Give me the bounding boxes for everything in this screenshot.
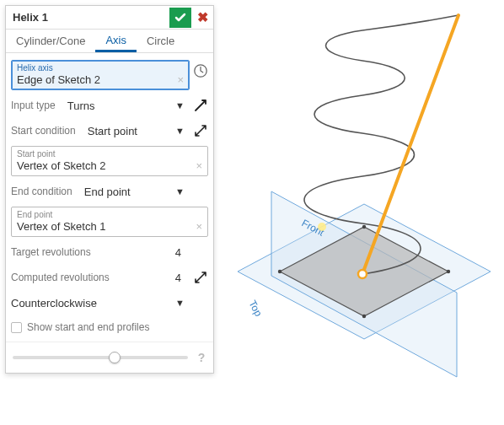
end-condition-select[interactable]: End point ▼	[79, 181, 188, 202]
tab-axis[interactable]: Axis	[95, 30, 137, 52]
close-icon: ✖	[197, 9, 208, 25]
computed-rev-value: 4	[175, 272, 188, 284]
helix-dialog: Helix 1 ✖ Cylinder/Cone Axis Circle Heli…	[5, 5, 214, 374]
clear-icon[interactable]: ×	[177, 73, 184, 86]
show-profiles-row[interactable]: Show start and end profiles	[11, 316, 208, 338]
slider-row: ?	[11, 346, 208, 366]
helix-axis-label: Helix axis	[17, 63, 184, 73]
arrow-icon[interactable]	[193, 98, 208, 113]
start-condition-value: Start point	[88, 125, 137, 137]
chevron-down-icon: ▼	[175, 298, 185, 308]
svg-point-7	[362, 315, 366, 318]
viewport-3d[interactable]: Top Front	[221, 5, 499, 420]
target-rev-value[interactable]: 4	[175, 246, 188, 259]
start-point-field[interactable]: Start point Vertex of Sketch 2 ×	[11, 146, 208, 176]
cancel-button[interactable]: ✖	[191, 8, 213, 28]
highlight-dot	[318, 223, 326, 231]
dialog-body: Helix axis Edge of Sketch 2 × Input type…	[6, 53, 213, 373]
tab-cylinder-cone[interactable]: Cylinder/Cone	[6, 30, 95, 52]
chevron-down-icon: ▼	[175, 126, 185, 136]
two-arrow-icon[interactable]	[193, 123, 208, 138]
show-profiles-label: Show start and end profiles	[27, 321, 149, 333]
computed-rev-row: Computed revolutions 4	[11, 266, 208, 289]
start-vertex-marker	[358, 270, 367, 278]
clear-icon[interactable]: ×	[196, 220, 202, 233]
end-condition-value: End point	[84, 186, 131, 198]
end-point-label: End point	[17, 210, 202, 219]
end-point-field[interactable]: End point Vertex of Sketch 1 ×	[11, 207, 208, 237]
chevron-down-icon: ▼	[175, 100, 185, 110]
tab-bar: Cylinder/Cone Axis Circle	[6, 30, 213, 53]
divider	[6, 342, 213, 342]
svg-point-5	[362, 225, 366, 229]
target-rev-row: Target revolutions 4	[11, 240, 208, 264]
clear-icon[interactable]: ×	[196, 159, 202, 172]
end-condition-row: End condition End point ▼	[11, 180, 208, 203]
dialog-header: Helix 1 ✖	[6, 6, 213, 30]
start-point-label: Start point	[17, 149, 202, 159]
history-icon[interactable]	[193, 63, 208, 78]
end-point-value: Vertex of Sketch 1	[17, 219, 202, 233]
slider[interactable]	[13, 356, 188, 359]
helix-axis-field[interactable]: Helix axis Edge of Sketch 2 ×	[11, 60, 190, 90]
target-rev-label: Target revolutions	[11, 246, 175, 258]
input-type-select[interactable]: Turns ▼	[62, 95, 188, 116]
tab-circle[interactable]: Circle	[137, 30, 185, 52]
end-condition-label: End condition	[11, 186, 79, 197]
chevron-down-icon: ▼	[175, 186, 185, 196]
svg-point-6	[447, 270, 450, 273]
svg-point-4	[278, 270, 281, 273]
input-type-label: Input type	[11, 100, 62, 111]
confirm-button[interactable]	[169, 8, 191, 28]
direction-row: Counterclockwise ▼	[11, 291, 208, 315]
two-arrow-icon[interactable]	[193, 270, 208, 285]
top-plane-label: Top	[246, 299, 265, 319]
dialog-title: Helix 1	[13, 11, 169, 24]
slider-thumb[interactable]	[109, 352, 121, 363]
helix-axis-value: Edge of Sketch 2	[17, 73, 184, 86]
input-type-row: Input type Turns ▼	[11, 94, 208, 117]
check-icon	[174, 11, 187, 24]
start-condition-label: Start condition	[11, 125, 83, 137]
start-condition-select[interactable]: Start point ▼	[83, 121, 188, 141]
checkbox-icon[interactable]	[11, 322, 22, 333]
input-type-value: Turns	[67, 100, 95, 112]
start-condition-row: Start condition Start point ▼	[11, 119, 208, 143]
computed-rev-label: Computed revolutions	[11, 272, 175, 283]
start-point-value: Vertex of Sketch 2	[17, 159, 202, 172]
direction-select[interactable]: Counterclockwise ▼	[11, 293, 188, 313]
help-icon[interactable]: ?	[195, 351, 208, 364]
direction-value: Counterclockwise	[11, 297, 97, 309]
